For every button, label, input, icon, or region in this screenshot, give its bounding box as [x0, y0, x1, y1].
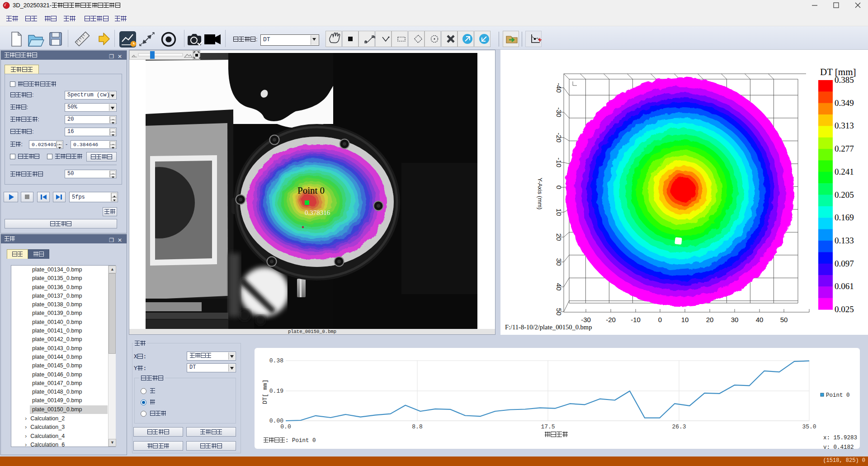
svg-text:20: 20 — [555, 233, 563, 241]
svg-text:17.5: 17.5 — [541, 423, 555, 430]
svg-text:-20: -20 — [555, 133, 563, 143]
svg-text:0.19: 0.19 — [269, 388, 283, 395]
svg-text:0.025: 0.025 — [835, 304, 854, 314]
svg-text:30: 30 — [555, 258, 563, 266]
svg-text:0.349: 0.349 — [835, 98, 854, 108]
svg-text:-30: -30 — [555, 107, 563, 117]
svg-text:50: 50 — [780, 316, 788, 323]
svg-text:Y-Axis (mm): Y-Axis (mm) — [537, 178, 543, 209]
svg-text:40: 40 — [555, 283, 563, 291]
svg-text:0.378316: 0.378316 — [305, 209, 330, 216]
svg-text:8.8: 8.8 — [412, 423, 422, 430]
svg-text:0.277: 0.277 — [835, 144, 854, 153]
svg-text:10: 10 — [681, 316, 689, 323]
svg-text:0.313: 0.313 — [835, 121, 854, 130]
svg-text:x: 15.9283: x: 15.9283 — [823, 435, 857, 441]
svg-text:0: 0 — [658, 316, 662, 323]
svg-text:-10: -10 — [555, 157, 563, 167]
svg-text:-30: -30 — [581, 316, 591, 323]
svg-text:0.0: 0.0 — [280, 423, 291, 430]
svg-text:-10: -10 — [631, 316, 641, 323]
svg-text:0.133: 0.133 — [835, 236, 854, 245]
svg-text:40: 40 — [756, 316, 764, 323]
svg-text:20: 20 — [706, 316, 714, 323]
svg-text:y: 0.4182: y: 0.4182 — [823, 444, 854, 449]
svg-text:26.3: 26.3 — [672, 423, 686, 430]
svg-text:0.38: 0.38 — [269, 357, 283, 364]
svg-text:Point 0: Point 0 — [297, 185, 325, 196]
svg-text:50: 50 — [555, 308, 563, 316]
svg-text:0.061: 0.061 — [835, 281, 854, 291]
svg-text:0: 0 — [555, 185, 563, 189]
svg-text:Point 0: Point 0 — [826, 392, 850, 399]
svg-text:DT[ mm]: DT[ mm] — [262, 380, 269, 404]
svg-text:DT [mm]: DT [mm] — [820, 67, 856, 77]
svg-text:-20: -20 — [606, 316, 616, 323]
svg-text:10: 10 — [555, 209, 563, 216]
svg-text:0.241: 0.241 — [835, 167, 854, 176]
svg-text:-40: -40 — [555, 83, 563, 93]
svg-text:0.097: 0.097 — [835, 259, 854, 268]
svg-text:0.205: 0.205 — [835, 190, 854, 200]
svg-text:35.0: 35.0 — [802, 423, 816, 430]
svg-text:F:/11-8-10/2/plate_00150_0.bmp: F:/11-8-10/2/plate_00150_0.bmp — [505, 323, 592, 331]
svg-text:0.169: 0.169 — [835, 213, 854, 222]
svg-text:30: 30 — [731, 316, 739, 323]
